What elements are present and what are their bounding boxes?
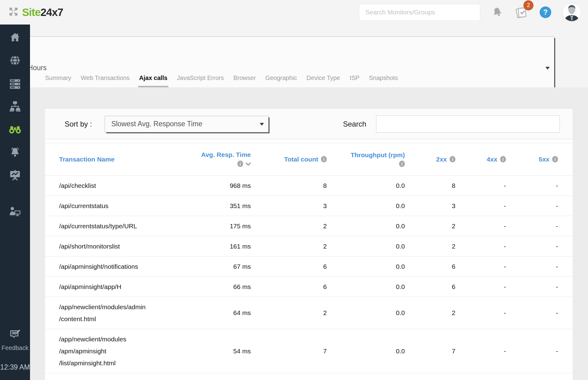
cell-avg-resp-time: 161 ms bbox=[177, 243, 251, 250]
column-header-4xx[interactable]: 4xx i bbox=[455, 156, 506, 163]
cell-transaction-name[interactable]: /api/checklist bbox=[59, 176, 177, 196]
info-icon[interactable]: i bbox=[399, 161, 405, 167]
top-bar: Site24x7 2 ? bbox=[0, 0, 588, 25]
table-row[interactable]: /api/currentstatus 351 ms 3 0.0 3 - - bbox=[45, 196, 573, 216]
table-row[interactable]: /api/apminsight/app/H 66 ms 6 0.0 6 - - bbox=[45, 276, 573, 297]
table-search-input[interactable] bbox=[376, 116, 560, 133]
search-input[interactable] bbox=[359, 4, 480, 21]
cell-2xx: 6 bbox=[405, 283, 455, 291]
sidebar-item-admin[interactable] bbox=[0, 200, 30, 222]
tab-geographic[interactable]: Geographic bbox=[265, 74, 297, 87]
table-row[interactable]: /api/short/monitorslist 161 ms 2 0.0 2 -… bbox=[45, 236, 573, 256]
feedback-icon bbox=[9, 328, 21, 342]
cell-2xx: 2 bbox=[405, 243, 455, 250]
sidebar-item-reports[interactable] bbox=[0, 164, 30, 187]
cell-5xx: - bbox=[506, 263, 558, 270]
table-row[interactable]: /app/newclient/modules bbox=[45, 373, 573, 380]
cell-avg-resp-time: 54 ms bbox=[177, 348, 251, 355]
app-root: Site24x7 2 ? bbox=[0, 0, 588, 380]
cell-total-count: 6 bbox=[251, 263, 327, 270]
cell-2xx: 8 bbox=[405, 182, 455, 189]
table-row[interactable]: /api/checklist 968 ms 8 0.0 8 - - bbox=[45, 175, 573, 196]
cell-avg-resp-time: 67 ms bbox=[177, 263, 251, 270]
tab-summary[interactable]: Summary bbox=[45, 74, 71, 87]
tab-javascript-errors[interactable]: JavaScript Errors bbox=[177, 74, 224, 87]
cell-4xx: - bbox=[455, 222, 506, 230]
column-header-2xx[interactable]: 2xx i bbox=[405, 156, 455, 163]
sidebar-item-rum-binoculars[interactable] bbox=[0, 118, 30, 141]
cell-transaction-name[interactable]: /api/apminsight/app/H bbox=[59, 277, 177, 297]
cell-transaction-name[interactable]: /api/apminsight/notifications bbox=[59, 256, 177, 276]
column-header-avg-resp-time[interactable]: Avg. Resp. Time i bbox=[177, 151, 251, 168]
sidebar-item-internet[interactable] bbox=[0, 49, 30, 72]
feedback-label: Feedback bbox=[2, 344, 28, 352]
cell-5xx: - bbox=[506, 283, 558, 291]
notifications-bell-icon[interactable] bbox=[491, 6, 503, 18]
cell-avg-resp-time: 64 ms bbox=[177, 309, 251, 317]
tab-web-transactions[interactable]: Web Transactions bbox=[81, 74, 130, 87]
logo[interactable]: Site24x7 bbox=[0, 6, 63, 18]
tab-ajax-calls[interactable]: Ajax calls bbox=[139, 74, 167, 87]
table-search-label: Search bbox=[343, 120, 366, 128]
column-header-5xx[interactable]: 5xx i bbox=[506, 156, 558, 163]
cell-2xx: 2 bbox=[405, 222, 455, 230]
cell-total-count: 2 bbox=[251, 222, 327, 230]
info-icon[interactable]: i bbox=[237, 161, 243, 167]
cell-transaction-name[interactable]: /api/short/monitorslist bbox=[59, 236, 177, 256]
sidebar-item-alarms-bell[interactable] bbox=[0, 141, 30, 164]
cell-total-count: 6 bbox=[251, 283, 327, 291]
table-section: Sort by : Slowest Avg. Response Time Sea… bbox=[30, 87, 588, 380]
info-icon[interactable]: i bbox=[450, 156, 455, 162]
expand-arrows-icon[interactable] bbox=[8, 6, 19, 18]
cell-total-count: 3 bbox=[251, 202, 327, 210]
cell-throughput: 0.0 bbox=[327, 283, 405, 291]
sidebar-item-servers[interactable] bbox=[0, 72, 30, 95]
column-header-transaction-name[interactable]: Transaction Name bbox=[59, 156, 177, 163]
sidebar-item-home[interactable] bbox=[0, 26, 30, 49]
column-header-throughput[interactable]: Throughput (rpm) i bbox=[327, 151, 405, 167]
cell-total-count: 7 bbox=[251, 348, 327, 355]
column-header-total-count[interactable]: Total count i bbox=[251, 156, 327, 163]
cell-throughput: 0.0 bbox=[327, 202, 405, 210]
cell-transaction-name[interactable]: /app/newclient/modules /apm/apminsight /… bbox=[59, 329, 177, 373]
tab-bar: SummaryWeb TransactionsAjax callsJavaScr… bbox=[45, 74, 398, 87]
main-content: RUM-Angular-Localbuild Last 12 Hours Sum… bbox=[30, 25, 588, 380]
sort-by-value: Slowest Avg. Response Time bbox=[111, 120, 202, 128]
info-icon[interactable]: i bbox=[552, 156, 558, 162]
table-row[interactable]: /api/currentstatus/type/URL 175 ms 2 0.0… bbox=[45, 216, 573, 236]
info-icon[interactable]: i bbox=[321, 156, 327, 162]
sort-by-select[interactable]: Slowest Avg. Response Time bbox=[105, 116, 269, 132]
cell-5xx: - bbox=[506, 202, 558, 210]
help-icon[interactable]: ? bbox=[540, 6, 551, 18]
sidebar-item-network[interactable] bbox=[0, 95, 30, 118]
tab-device-type[interactable]: Device Type bbox=[307, 74, 340, 87]
info-icon[interactable]: i bbox=[500, 156, 506, 162]
avatar[interactable] bbox=[562, 3, 581, 22]
cell-throughput: 0.0 bbox=[327, 222, 405, 230]
logo-text: Site24x7 bbox=[22, 6, 63, 18]
cell-2xx: 3 bbox=[405, 202, 455, 210]
table-row[interactable]: /app/newclient/modules/admin /content.ht… bbox=[45, 297, 573, 329]
cell-avg-resp-time: 351 ms bbox=[177, 202, 251, 210]
cell-throughput: 0.0 bbox=[327, 348, 405, 355]
cell-4xx: - bbox=[455, 283, 506, 291]
tab-isp[interactable]: ISP bbox=[349, 74, 359, 87]
cell-avg-resp-time: 175 ms bbox=[177, 222, 251, 230]
cell-transaction-name[interactable]: /api/currentstatus bbox=[59, 196, 177, 216]
cell-2xx: 6 bbox=[405, 263, 455, 270]
cell-transaction-name[interactable]: /app/newclient/modules bbox=[59, 373, 177, 380]
feedback-button[interactable]: Feedback bbox=[2, 328, 28, 352]
table-row[interactable]: /app/newclient/modules /apm/apminsight /… bbox=[45, 329, 573, 373]
chevron-down-icon bbox=[545, 67, 550, 70]
cell-5xx: - bbox=[506, 222, 558, 230]
table-row[interactable]: /api/apminsight/notifications 67 ms 6 0.… bbox=[45, 256, 573, 276]
cell-throughput: 0.0 bbox=[327, 263, 405, 270]
cell-5xx: - bbox=[506, 348, 558, 355]
tasks-icon[interactable]: 2 bbox=[514, 5, 529, 19]
tab-browser[interactable]: Browser bbox=[233, 74, 256, 87]
cell-transaction-name[interactable]: /app/newclient/modules/admin /content.ht… bbox=[59, 297, 177, 329]
sort-direction-icon[interactable] bbox=[246, 160, 251, 168]
cell-transaction-name[interactable]: /api/currentstatus/type/URL bbox=[59, 216, 177, 236]
local-time: 12:39 AM bbox=[0, 363, 30, 371]
tab-snapshots[interactable]: Snapshots bbox=[369, 74, 398, 87]
